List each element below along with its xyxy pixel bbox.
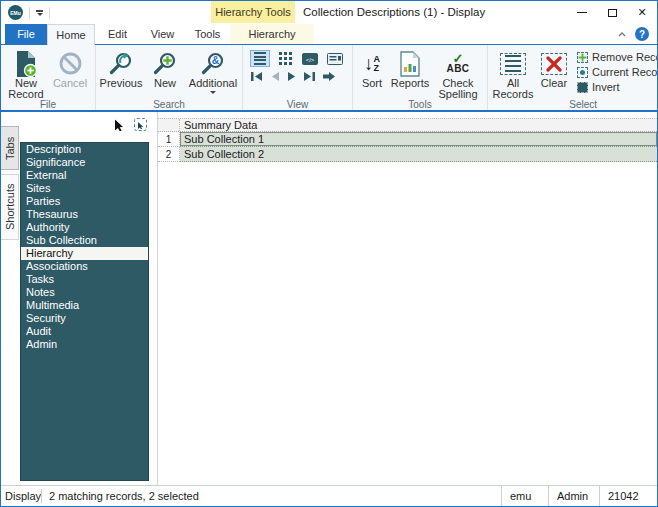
- details-view-button[interactable]: [325, 50, 345, 67]
- divider: [49, 7, 50, 19]
- current-record-icon: [577, 67, 588, 78]
- ribbon-group-select: All Records Clear Remove Record: [488, 45, 658, 110]
- ribbon-group-file: New Record Cancel File: [1, 45, 96, 110]
- tab-view[interactable]: View: [140, 24, 185, 44]
- list-view-icon: [254, 51, 266, 67]
- row-number: 2: [158, 147, 180, 162]
- new-record-button[interactable]: New Record: [4, 47, 48, 100]
- code-view-button[interactable]: </>: [300, 50, 320, 67]
- minimize-icon: [577, 12, 587, 13]
- sidebar-item-admin[interactable]: Admin: [21, 338, 148, 351]
- group-label-tools: Tools: [353, 99, 487, 110]
- sidebar-item-authority[interactable]: Authority: [21, 221, 148, 234]
- first-record-icon[interactable]: [250, 71, 264, 82]
- tab-home[interactable]: Home: [47, 24, 95, 45]
- last-record-icon[interactable]: [303, 71, 317, 82]
- code-view-icon: </>: [302, 53, 318, 65]
- table-row[interactable]: 1 Sub Collection 1: [158, 132, 657, 147]
- close-icon: ✕: [637, 7, 646, 18]
- reports-button[interactable]: Reports: [388, 47, 432, 89]
- main-area: Tabs Shortcuts Description Significance …: [1, 112, 657, 485]
- tab-hierarchy[interactable]: Hierarchy: [230, 24, 314, 44]
- sidebar-item-parties[interactable]: Parties: [21, 195, 148, 208]
- quick-access-dropdown-icon[interactable]: [36, 10, 43, 16]
- new-search-button[interactable]: New: [143, 47, 187, 89]
- status-bar: Display 2 matching records, 2 selected e…: [1, 485, 657, 506]
- marquee-select-icon[interactable]: [134, 118, 147, 131]
- title-bar: EMu Hierarchy Tools Collection Descripti…: [1, 1, 657, 24]
- svg-text:</>: </>: [306, 56, 315, 62]
- additional-search-button[interactable]: & Additional: [187, 47, 239, 94]
- sidebar-item-sites[interactable]: Sites: [21, 182, 148, 195]
- sidebar-vertical-tab-shortcuts[interactable]: Shortcuts: [1, 174, 19, 240]
- cancel-button[interactable]: Cancel: [48, 47, 92, 89]
- tab-file[interactable]: File: [5, 24, 47, 44]
- tab-tools[interactable]: Tools: [185, 24, 230, 44]
- sidebar-item-external[interactable]: External: [21, 169, 148, 182]
- invert-selection-button[interactable]: Invert: [577, 81, 658, 93]
- help-icon[interactable]: ?: [635, 27, 649, 41]
- grid-view-button[interactable]: [275, 50, 295, 67]
- remove-record-icon: [577, 52, 588, 63]
- status-record-count: 2 matching records, 2 selected: [42, 490, 501, 502]
- current-record-button[interactable]: Current Record: [577, 66, 658, 78]
- new-record-icon: [14, 49, 39, 78]
- minimize-button[interactable]: [567, 1, 597, 24]
- collapse-ribbon-icon[interactable]: [618, 32, 626, 37]
- cursor-arrow-icon[interactable]: [113, 118, 125, 131]
- goto-record-icon[interactable]: [322, 71, 336, 82]
- window-title: Collection Descriptions (1) - Display: [303, 1, 485, 24]
- table-row[interactable]: 2 Sub Collection 2: [158, 147, 657, 162]
- sidebar-item-notes[interactable]: Notes: [21, 286, 148, 299]
- reports-icon: [399, 49, 421, 78]
- details-view-icon: [327, 53, 343, 65]
- sidebar-item-audit[interactable]: Audit: [21, 325, 148, 338]
- sidebar-item-hierarchy[interactable]: Hierarchy: [21, 247, 148, 260]
- sidebar-vertical-tab-tabs[interactable]: Tabs: [1, 126, 19, 170]
- ribbon-tab-row: File Home Edit View Tools Hierarchy ?: [1, 24, 657, 45]
- ribbon-group-search: Previous New &: [96, 45, 243, 110]
- close-button[interactable]: ✕: [627, 1, 657, 24]
- sidebar-item-multimedia[interactable]: Multimedia: [21, 299, 148, 312]
- summary-data-column-header[interactable]: Summary Data: [180, 119, 657, 131]
- sidebar-item-description[interactable]: Description: [21, 143, 148, 156]
- clear-selection-button[interactable]: Clear: [535, 47, 573, 89]
- invert-selection-icon: [577, 82, 588, 93]
- new-search-icon: [152, 49, 178, 78]
- sidebar-item-security[interactable]: Security: [21, 312, 148, 325]
- previous-record-icon[interactable]: [269, 71, 281, 82]
- ribbon-group-view: </>: [243, 45, 353, 110]
- sidebar-item-tasks[interactable]: Tasks: [21, 273, 148, 286]
- tab-edit[interactable]: Edit: [95, 24, 140, 44]
- row-number: 1: [158, 132, 180, 147]
- check-spelling-button[interactable]: ✓ ABC Check Spelling: [432, 47, 484, 100]
- sidebar-item-thesaurus[interactable]: Thesaurus: [21, 208, 148, 221]
- next-record-icon[interactable]: [286, 71, 298, 82]
- maximize-button[interactable]: [597, 1, 627, 24]
- additional-dropdown-caret-icon: [210, 91, 216, 94]
- tab-row-right: ?: [618, 24, 649, 44]
- sidebar: Tabs Shortcuts Description Significance …: [1, 112, 157, 485]
- sort-button[interactable]: ↓ AZ Sort: [356, 47, 388, 89]
- app-icon[interactable]: EMu: [8, 5, 23, 20]
- sidebar-item-associations[interactable]: Associations: [21, 260, 148, 273]
- view-mode-row: </>: [250, 50, 345, 67]
- sidebar-item-significance[interactable]: Significance: [21, 156, 148, 169]
- ribbon: New Record Cancel File: [1, 45, 657, 112]
- record-list: Summary Data 1 Sub Collection 1 2 Sub Co…: [157, 112, 657, 485]
- sidebar-toolbar: [113, 118, 147, 131]
- list-view-button[interactable]: [250, 50, 270, 67]
- remove-record-button[interactable]: Remove Record: [577, 51, 658, 63]
- previous-search-button[interactable]: Previous: [99, 47, 143, 89]
- row-summary[interactable]: Sub Collection 2: [180, 147, 657, 162]
- row-number-column-header[interactable]: [158, 119, 180, 131]
- status-session-number: 21042: [599, 486, 657, 506]
- additional-search-icon: &: [200, 49, 226, 78]
- grid-header: Summary Data: [158, 118, 657, 132]
- select-small-buttons: Remove Record Current Record Invert: [573, 47, 658, 93]
- all-records-button[interactable]: All Records: [491, 47, 535, 100]
- sidebar-item-sub-collection[interactable]: Sub Collection: [21, 234, 148, 247]
- row-summary[interactable]: Sub Collection 1: [180, 132, 657, 147]
- svg-text:&: &: [212, 54, 220, 66]
- sort-icon: ↓ AZ: [364, 49, 380, 78]
